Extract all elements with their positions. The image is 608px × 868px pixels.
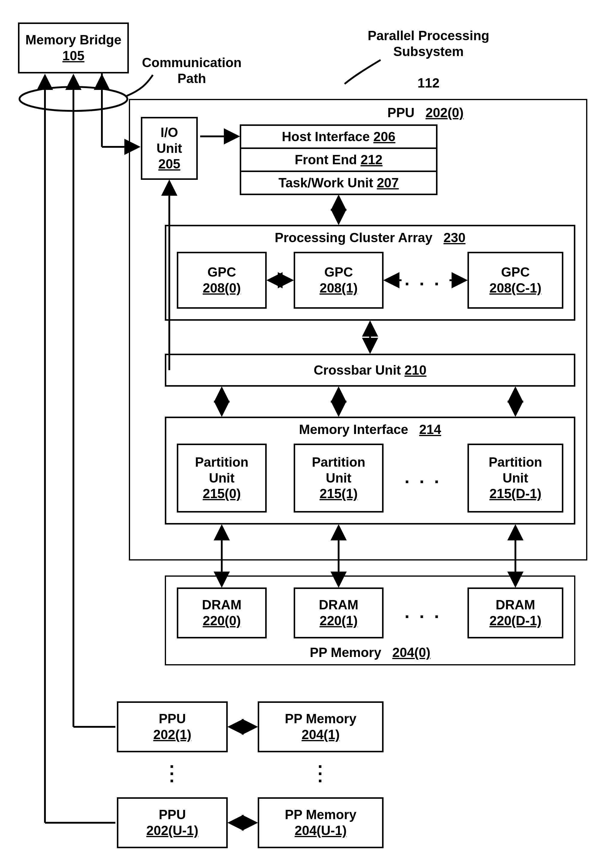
ppuU-num: 202(U-1) xyxy=(146,823,198,839)
pps-text: Parallel ProcessingSubsystem xyxy=(368,28,489,59)
dram2-num: 220(D-1) xyxy=(489,613,541,629)
gpc-ellipsis: . . . xyxy=(405,276,441,283)
ppmemU-num: 204(U-1) xyxy=(295,823,347,839)
partition2-num: 215(D-1) xyxy=(489,486,541,502)
ppmem-vellipsis: ... xyxy=(318,758,325,780)
task-work-label: Task/Work Unit xyxy=(278,175,373,191)
svg-point-0 xyxy=(20,87,127,111)
pca-title: Processing Cluster Array 230 xyxy=(275,230,466,246)
partition1-box: PartitionUnit 215(1) xyxy=(294,443,384,513)
ppu0-title: PPU 202(0) xyxy=(365,105,486,121)
dram2-label: DRAM xyxy=(496,597,535,613)
partition0-label: PartitionUnit xyxy=(195,454,248,486)
gpc2-num: 208(C-1) xyxy=(489,280,541,296)
ppu1-box: PPU 202(1) xyxy=(117,701,228,752)
front-end-label: Front End xyxy=(295,152,357,168)
partition1-label: PartitionUnit xyxy=(312,454,365,486)
dram-ellipsis: . . . xyxy=(405,608,441,615)
partition1-num: 215(1) xyxy=(319,486,357,502)
gpc1-box: GPC 208(1) xyxy=(294,252,384,309)
memory-bridge-label: Memory Bridge xyxy=(25,32,121,48)
pps-label: Parallel ProcessingSubsystem 112 xyxy=(354,12,503,91)
ppu1-label: PPU xyxy=(159,711,186,727)
ppmemU-box: PP Memory 204(U-1) xyxy=(258,797,384,848)
memif-title: Memory Interface 214 xyxy=(299,422,441,438)
gpc1-num: 208(1) xyxy=(319,280,357,296)
memory-bridge-box: Memory Bridge 105 xyxy=(18,22,129,73)
partition0-box: PartitionUnit 215(0) xyxy=(177,443,267,513)
memory-bridge-num: 105 xyxy=(62,48,84,64)
ppmem0-name: PP Memory xyxy=(310,645,381,660)
pps-num: 112 xyxy=(418,76,439,90)
gpc1-label: GPC xyxy=(324,264,353,280)
host-interface-box: Host Interface 206 xyxy=(240,124,438,149)
memif-num: 214 xyxy=(419,422,441,437)
ppmem0-title: PP Memory 204(0) xyxy=(310,645,431,660)
host-interface-label: Host Interface xyxy=(282,129,370,145)
dram1-box: DRAM 220(1) xyxy=(294,587,384,639)
ppu-vellipsis: ... xyxy=(169,758,177,780)
ppuU-label: PPU xyxy=(159,807,186,823)
io-unit-label: I/OUnit xyxy=(156,125,182,157)
gpc2-label: GPC xyxy=(501,264,529,280)
ppu1-num: 202(1) xyxy=(153,727,191,743)
crossbar-num: 210 xyxy=(405,363,426,378)
ppmem1-label: PP Memory xyxy=(285,711,357,727)
ppmemU-label: PP Memory xyxy=(285,807,357,823)
dram0-box: DRAM 220(0) xyxy=(177,587,267,639)
task-work-box: Task/Work Unit 207 xyxy=(240,170,438,195)
host-interface-num: 206 xyxy=(373,129,395,145)
dram1-label: DRAM xyxy=(319,597,358,613)
partition2-label: PartitionUnit xyxy=(489,454,542,486)
pca-num: 230 xyxy=(444,230,466,245)
partition0-num: 215(0) xyxy=(203,486,241,502)
pca-name: Processing Cluster Array xyxy=(275,230,433,245)
ppuU-box: PPU 202(U-1) xyxy=(117,797,228,848)
dram1-num: 220(1) xyxy=(319,613,357,629)
gpc0-label: GPC xyxy=(207,264,236,280)
comm-path-text: CommunicationPath xyxy=(142,55,241,86)
ppmem1-box: PP Memory 204(1) xyxy=(258,701,384,752)
ppmem0-num: 204(0) xyxy=(392,645,430,660)
gpc0-num: 208(0) xyxy=(203,280,241,296)
task-work-num: 207 xyxy=(377,175,399,191)
partition2-box: PartitionUnit 215(D-1) xyxy=(467,443,563,513)
gpc2-box: GPC 208(C-1) xyxy=(467,252,563,309)
dram2-box: DRAM 220(D-1) xyxy=(467,587,563,639)
partition-ellipsis: . . . xyxy=(405,474,441,481)
memif-name: Memory Interface xyxy=(299,422,408,437)
ppu0-num: 202(0) xyxy=(425,105,464,120)
crossbar-box: Crossbar Unit 210 xyxy=(165,354,576,387)
crossbar-label: Crossbar Unit xyxy=(314,363,401,378)
dram0-label: DRAM xyxy=(202,597,241,613)
ppmem1-num: 204(1) xyxy=(302,727,339,743)
io-unit-box: I/OUnit 205 xyxy=(141,117,198,180)
dram0-num: 220(0) xyxy=(203,613,241,629)
ppu0-name: PPU xyxy=(387,105,415,120)
io-unit-num: 205 xyxy=(158,156,180,172)
gpc0-box: GPC 208(0) xyxy=(177,252,267,309)
front-end-num: 212 xyxy=(360,152,382,168)
front-end-box: Front End 212 xyxy=(240,147,438,172)
